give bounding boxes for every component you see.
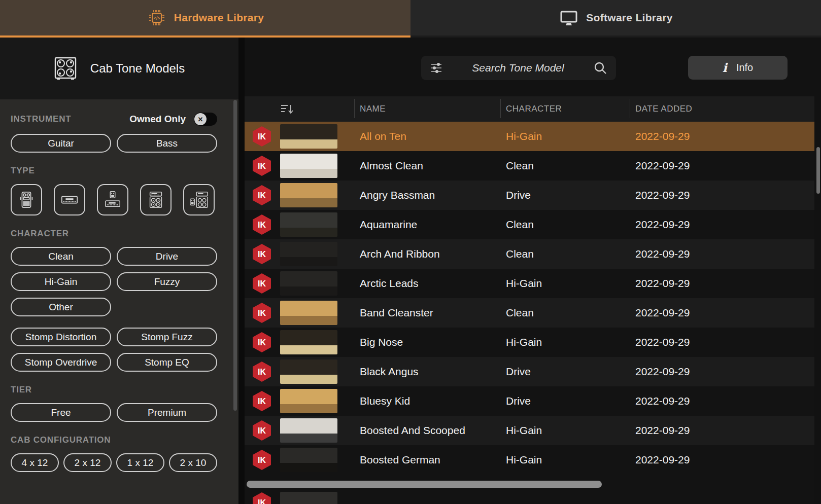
amp-thumbnail bbox=[280, 359, 337, 384]
filter-stomp-overdrive-button[interactable]: Stomp Overdrive bbox=[11, 353, 111, 372]
svg-text:IK: IK bbox=[258, 162, 266, 170]
svg-text:IK: IK bbox=[258, 132, 266, 141]
row-name: Aquamarine bbox=[360, 219, 506, 231]
filter-1x12-button[interactable]: 1 x 12 bbox=[116, 453, 164, 472]
row-date-added: 2022-09-29 bbox=[635, 219, 814, 231]
filter-drive-button[interactable]: Drive bbox=[117, 247, 217, 266]
table-row[interactable]: IK Arch And Ribbon Clean 2022-09-29 bbox=[245, 239, 814, 269]
filter-2x10-button[interactable]: 2 x 10 bbox=[169, 453, 217, 472]
amp-thumbnail bbox=[280, 448, 337, 472]
tone-model-list: IK All on Ten Hi-Gain 2022-09-29 IK Almo… bbox=[245, 122, 814, 504]
filter-other-button[interactable]: Other bbox=[11, 298, 111, 316]
filter-2x12-button[interactable]: 2 x 12 bbox=[63, 453, 112, 472]
ik-logo-badge: IK bbox=[252, 126, 271, 147]
table-row[interactable]: IK Boosted And Scooped Hi-Gain 2022-09-2… bbox=[245, 416, 814, 445]
column-header-name[interactable]: NAME bbox=[360, 104, 506, 114]
filter-bass-button[interactable]: Bass bbox=[117, 134, 217, 153]
row-date-added: 2022-09-29 bbox=[635, 366, 814, 378]
column-header-character[interactable]: CHARACTER bbox=[506, 104, 635, 114]
stomp-and-amp-icon bbox=[103, 190, 122, 209]
svg-text:IK: IK bbox=[258, 498, 266, 504]
tier-section-label: TIER bbox=[11, 385, 217, 395]
type-section-label: TYPE bbox=[11, 166, 217, 176]
sidebar-scrollbar[interactable] bbox=[233, 100, 237, 411]
filter-fuzzy-button[interactable]: Fuzzy bbox=[117, 272, 217, 291]
filter-guitar-button[interactable]: Guitar bbox=[11, 134, 111, 153]
svg-text:IK: IK bbox=[258, 456, 266, 464]
filter-premium-button[interactable]: Premium bbox=[117, 403, 217, 422]
svg-text:IK: IK bbox=[258, 397, 266, 406]
table-row[interactable]: IK Black Angus Drive 2022-09-29 bbox=[245, 357, 814, 386]
svg-text:IK: IK bbox=[258, 426, 266, 435]
table-row[interactable]: IK Big Nose Hi-Gain 2022-09-29 bbox=[245, 328, 814, 357]
ik-logo-badge: IK bbox=[252, 420, 271, 441]
table-row[interactable]: IK Aquamarine Clean 2022-09-29 bbox=[245, 210, 814, 239]
owned-only-label: Owned Only bbox=[129, 114, 186, 125]
sort-button[interactable] bbox=[280, 103, 338, 115]
type-amp-head-button[interactable] bbox=[54, 184, 85, 215]
row-date-added: 2022-09-29 bbox=[635, 395, 814, 407]
row-name: Almost Clean bbox=[360, 160, 506, 172]
type-stomp-button[interactable] bbox=[11, 184, 42, 215]
table-row[interactable]: IK Boosted German Hi-Gain 2022-09-29 bbox=[245, 445, 814, 475]
svg-text:IK: IK bbox=[258, 279, 266, 288]
tab-hardware-library[interactable]: </> Hardware Library bbox=[0, 0, 410, 38]
filter-higain-button[interactable]: Hi-Gain bbox=[11, 272, 111, 291]
row-character: Hi-Gain bbox=[506, 424, 635, 437]
search-icon[interactable] bbox=[593, 60, 608, 76]
table-row[interactable]: IK bbox=[245, 475, 814, 504]
amp-thumbnail bbox=[280, 183, 337, 207]
table-row[interactable]: IK All on Ten Hi-Gain 2022-09-29 bbox=[245, 122, 814, 151]
table-row[interactable]: IK Band Cleanster Clean 2022-09-29 bbox=[245, 298, 814, 328]
row-name: Boosted And Scooped bbox=[360, 424, 506, 437]
sidebar-title: Cab Tone Models bbox=[90, 61, 185, 76]
row-date-added: 2022-09-29 bbox=[635, 454, 814, 466]
tab-hardware-label: Hardware Library bbox=[174, 12, 264, 24]
table-row[interactable]: IK Arctic Leads Hi-Gain 2022-09-29 bbox=[245, 269, 814, 298]
filter-stomp-distortion-button[interactable]: Stomp Distortion bbox=[11, 328, 111, 346]
row-date-added: 2022-09-29 bbox=[635, 336, 814, 348]
info-icon: i bbox=[723, 60, 727, 75]
ik-logo-badge: IK bbox=[252, 361, 271, 382]
column-header-date-added[interactable]: DATE ADDED bbox=[635, 104, 814, 114]
row-date-added: 2022-09-29 bbox=[635, 424, 814, 437]
monitor-icon bbox=[559, 8, 579, 28]
filter-free-button[interactable]: Free bbox=[11, 403, 111, 422]
filter-stomp-eq-button[interactable]: Stomp EQ bbox=[117, 353, 217, 372]
table-row[interactable]: IK Bluesy Kid Drive 2022-09-29 bbox=[245, 386, 814, 416]
svg-text:IK: IK bbox=[258, 250, 266, 259]
amp-thumbnail bbox=[280, 154, 337, 178]
amp-thumbnail bbox=[280, 212, 337, 237]
filter-stomp-fuzz-button[interactable]: Stomp Fuzz bbox=[117, 328, 217, 346]
row-character: Clean bbox=[506, 248, 635, 260]
row-character: Clean bbox=[506, 160, 635, 172]
row-character: Drive bbox=[506, 366, 635, 378]
ik-logo-badge: IK bbox=[252, 185, 271, 206]
type-stomp-amp-button[interactable] bbox=[97, 184, 128, 215]
row-character: Hi-Gain bbox=[506, 130, 635, 142]
vertical-scrollbar[interactable] bbox=[816, 147, 820, 194]
ik-logo-badge: IK bbox=[252, 273, 271, 294]
filter-clean-button[interactable]: Clean bbox=[11, 247, 111, 266]
info-button[interactable]: i Info bbox=[688, 56, 788, 80]
tab-software-library[interactable]: Software Library bbox=[410, 0, 821, 38]
type-stomp-stack-button[interactable] bbox=[183, 184, 215, 215]
cab-speaker-icon bbox=[54, 57, 77, 80]
row-character: Drive bbox=[506, 189, 635, 201]
table-row[interactable]: IK Angry Bassman Drive 2022-09-29 bbox=[245, 181, 814, 210]
row-date-added: 2022-09-29 bbox=[635, 248, 814, 260]
svg-text:IK: IK bbox=[258, 368, 266, 376]
owned-only-toggle[interactable]: ✕ bbox=[194, 113, 217, 126]
search-input[interactable] bbox=[443, 62, 593, 74]
tab-software-label: Software Library bbox=[586, 12, 673, 24]
amp-thumbnail bbox=[280, 389, 337, 413]
row-name: Big Nose bbox=[360, 336, 506, 348]
filter-4x12-button[interactable]: 4 x 12 bbox=[11, 453, 59, 472]
row-date-added: 2022-09-29 bbox=[635, 277, 814, 290]
type-amp-stack-button[interactable] bbox=[140, 184, 172, 215]
search-box[interactable] bbox=[421, 56, 616, 80]
horizontal-scrollbar[interactable] bbox=[247, 481, 602, 488]
table-row[interactable]: IK Almost Clean Clean 2022-09-29 bbox=[245, 151, 814, 181]
row-date-added: 2022-09-29 bbox=[635, 307, 814, 319]
row-name: Band Cleanster bbox=[360, 307, 506, 319]
